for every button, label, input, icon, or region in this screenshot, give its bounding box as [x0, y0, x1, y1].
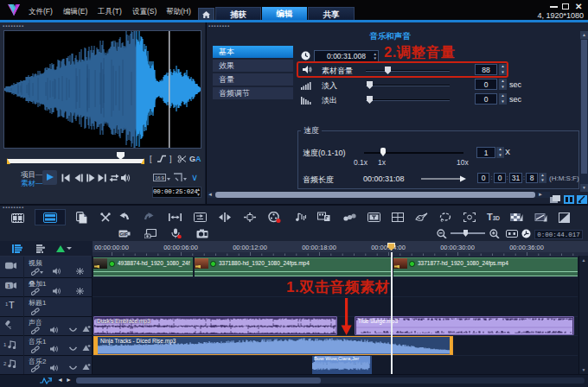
svg-text:1: 1 — [7, 282, 10, 289]
svg-text:GIF: GIF — [119, 232, 128, 237]
